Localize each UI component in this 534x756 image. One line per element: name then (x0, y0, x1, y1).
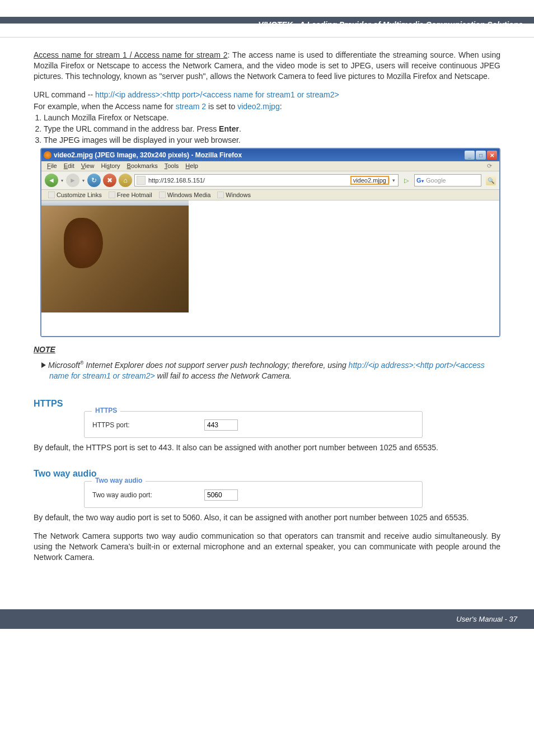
firefox-app-icon (44, 151, 51, 159)
bookmarks-toolbar: Customize Links Free Hotmail Windows Med… (41, 190, 499, 200)
firefox-content-area (41, 200, 499, 336)
back-dropdown[interactable]: ▾ (60, 178, 64, 183)
page-icon (217, 192, 224, 198)
twoway-port-label: Two way audio port: (92, 491, 204, 499)
page-icon (48, 192, 55, 198)
address-url-base: http://192.168.5.151/ (147, 177, 350, 184)
firefox-toolbar: ◄ ▾ ► ▾ ↻ ✖ ⌂ http://192.168.5.151/video… (41, 171, 499, 190)
twoway-port-input[interactable] (204, 489, 238, 501)
note-body: Microsoft® Internet Explorer does not su… (34, 360, 500, 382)
step-1: Launch Mozilla Firefox or Netscape. (44, 113, 500, 123)
page-icon (159, 192, 166, 198)
doc-header: VIVOTEK - A Leading Provider of Multimed… (0, 17, 534, 24)
throbber-icon: ⟳ (485, 162, 494, 170)
https-description: By default, the HTTPS port is set to 443… (34, 442, 500, 453)
twoway-fieldset: Two way audio Two way audio port: (84, 481, 423, 508)
menu-edit[interactable]: Edit (64, 162, 74, 170)
menu-view[interactable]: View (81, 162, 95, 170)
forward-dropdown[interactable]: ▾ (82, 178, 85, 183)
page-icon (109, 192, 115, 198)
triangle-bullet-icon (41, 362, 46, 368)
menu-history[interactable]: History (101, 162, 120, 170)
forward-button[interactable]: ► (66, 174, 79, 187)
steps-list: Launch Mozilla Firefox or Netscape. Type… (44, 113, 500, 146)
menu-help[interactable]: Help (185, 162, 198, 170)
footer-page-ref: User's Manual - 37 (456, 615, 517, 623)
step-3: The JPEG images will be displayed in you… (44, 135, 500, 146)
menu-tools[interactable]: Tools (165, 162, 179, 170)
stop-button[interactable]: ✖ (103, 174, 116, 187)
url-example-line: For example, when the Access name for st… (34, 101, 500, 112)
https-legend: HTTPS (92, 407, 120, 414)
bookmark-windows[interactable]: Windows (215, 191, 253, 199)
firefox-window-title: video2.mjpg (JPEG Image, 320x240 pixels)… (51, 151, 463, 159)
https-fieldset: HTTPS HTTPS port: (84, 411, 423, 438)
reload-button[interactable]: ↻ (87, 174, 101, 187)
close-button[interactable]: ✕ (487, 151, 497, 160)
twoway-description-2: The Network Camera supports two way audi… (34, 531, 500, 563)
twoway-description-1: By default, the two way audio port is se… (34, 512, 500, 523)
maximize-button[interactable]: □ (476, 151, 486, 160)
bookmark-windows-media[interactable]: Windows Media (157, 191, 213, 199)
header-title: VIVOTEK - A Leading Provider of Multimed… (258, 20, 523, 29)
search-engine-icon[interactable]: G▾ (415, 177, 425, 184)
minimize-button[interactable]: _ (465, 151, 475, 160)
address-bar[interactable]: http://192.168.5.151/video2.mjpg ▾ (134, 174, 399, 186)
bookmark-customize-links[interactable]: Customize Links (46, 191, 104, 199)
address-dropdown[interactable]: ▾ (389, 178, 398, 183)
jpeg-image-preview (41, 200, 189, 312)
step-2: Type the URL command in the address bar.… (44, 124, 500, 134)
note-heading: NOTE (34, 345, 500, 354)
menu-file[interactable]: File (47, 162, 57, 170)
url-command-line: URL command -- http://<ip address>:<http… (34, 90, 500, 100)
home-button[interactable]: ⌂ (119, 174, 132, 187)
address-url-highlighted: video2.mjpg (350, 176, 389, 185)
access-name-paragraph: Access name for stream 1 / Access name f… (34, 50, 500, 82)
twoway-legend: Two way audio (92, 477, 146, 484)
search-placeholder: Google (425, 177, 481, 184)
search-go-icon[interactable]: 🔍 (486, 175, 496, 185)
search-box[interactable]: G▾ Google (414, 174, 481, 186)
https-port-label: HTTPS port: (92, 421, 204, 429)
access-name-heading: Access name for stream 1 / Access name f… (34, 50, 228, 59)
back-button[interactable]: ◄ (45, 174, 58, 187)
firefox-titlebar: video2.mjpg (JPEG Image, 320x240 pixels)… (41, 149, 499, 161)
firefox-window: video2.mjpg (JPEG Image, 320x240 pixels)… (40, 148, 500, 337)
go-button[interactable]: ▷ (401, 177, 412, 184)
menu-bookmarks[interactable]: Bookmarks (127, 162, 158, 170)
https-port-input[interactable] (204, 419, 238, 431)
firefox-menubar: File Edit View History Bookmarks Tools H… (41, 161, 499, 171)
doc-footer: User's Manual - 37 (0, 609, 534, 629)
bookmark-free-hotmail[interactable]: Free Hotmail (106, 191, 154, 199)
url-command-value: http://<ip address>:<http port>/<access … (95, 90, 339, 99)
page-favicon (137, 176, 146, 185)
